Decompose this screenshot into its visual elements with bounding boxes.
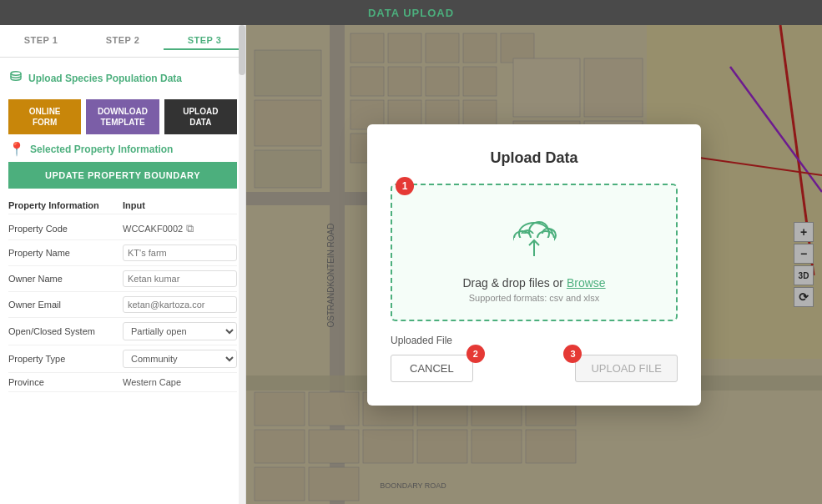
table-row: Property Code WCCAKF0002 ⧉ — [8, 218, 237, 240]
upload-data-button[interactable]: UPLOAD DATA — [164, 99, 237, 134]
cancel-button[interactable]: CANCEL — [391, 355, 473, 382]
download-template-button[interactable]: DOWNLOAD TEMPLATE — [86, 99, 159, 134]
top-bar: DATA UPLOAD — [0, 0, 822, 25]
prop-value-type[interactable]: Community Private State — [123, 350, 237, 368]
badge-3: 3 — [563, 345, 582, 363]
prop-label-name: Property Name — [8, 248, 123, 258]
code-with-copy: WCCAKF0002 ⧉ — [123, 222, 237, 235]
upload-btn-wrapper: UPLOAD FILE 3 — [575, 355, 678, 382]
table-row: Property Type Community Private State — [8, 345, 237, 373]
step-1[interactable]: STEP 1 — [0, 32, 82, 50]
cloud-upload-icon — [409, 210, 659, 268]
col-info-header: Property Information — [8, 200, 123, 210]
badge-1: 1 — [396, 177, 414, 195]
prop-value-open-closed[interactable]: Partially open Open Closed — [123, 322, 237, 340]
prop-label-owner-email: Owner Email — [8, 300, 123, 310]
selected-property-label: Selected Property Information — [30, 144, 173, 155]
drag-text: Drag & drop files or — [462, 276, 567, 290]
prop-label-code: Property Code — [8, 224, 123, 234]
uploaded-file-label: Uploaded File — [391, 335, 678, 346]
prop-value-owner-email[interactable] — [123, 296, 237, 313]
main-layout: STEP 1 STEP 2 STEP 3 Upload Species Popu… — [0, 25, 822, 504]
scrollbar-thumb[interactable] — [239, 25, 245, 75]
steps-bar: STEP 1 STEP 2 STEP 3 — [0, 25, 245, 58]
table-row: Owner Name — [8, 266, 237, 292]
modal-title: Upload Data — [391, 149, 678, 167]
owner-name-input[interactable] — [123, 270, 237, 287]
supported-formats-text: Supported formats: csv and xlsx — [409, 293, 659, 303]
step-2[interactable]: STEP 2 — [82, 32, 164, 50]
prop-value-owner-name[interactable] — [123, 270, 237, 287]
badge-2: 2 — [466, 345, 485, 363]
drop-zone[interactable]: 1 — [391, 184, 678, 321]
prop-label-province: Province — [8, 377, 123, 387]
property-code-value: WCCAKF0002 — [123, 224, 183, 234]
svg-point-0 — [11, 72, 21, 75]
browse-link[interactable]: Browse — [567, 276, 606, 290]
location-pin-icon: 📍 — [8, 141, 25, 157]
map-area: OSTRANDKONTEIN ROAD BOONDARY ROAD + − 3D… — [246, 25, 822, 504]
prop-label-owner-name: Owner Name — [8, 274, 123, 284]
scrollbar-track[interactable] — [239, 25, 245, 504]
action-buttons: ONLINE FORM DOWNLOAD TEMPLATE UPLOAD DAT… — [8, 99, 237, 134]
prop-label-open-closed: Open/Closed System — [8, 326, 123, 336]
upload-file-button[interactable]: UPLOAD FILE — [575, 355, 678, 382]
upload-species-label: Upload Species Population Data — [28, 73, 182, 84]
upload-modal: Upload Data 1 — [367, 124, 701, 406]
drop-text: Drag & drop files or Browse — [409, 276, 659, 290]
table-header-row: Property Information Input — [8, 197, 237, 214]
province-value: Western Cape — [123, 377, 181, 387]
modal-overlay: Upload Data 1 — [246, 25, 822, 504]
modal-button-row: CANCEL 2 UPLOAD FILE 3 — [391, 355, 678, 382]
panel-content: Upload Species Population Data ONLINE FO… — [0, 58, 245, 504]
table-row: Property Name — [8, 240, 237, 266]
upload-species-icon — [8, 69, 23, 88]
left-panel: STEP 1 STEP 2 STEP 3 Upload Species Popu… — [0, 25, 246, 504]
app-title: DATA UPLOAD — [368, 7, 454, 19]
online-form-button[interactable]: ONLINE FORM — [8, 99, 81, 134]
update-boundary-button[interactable]: UPDATE PROPERTY BOUNDARY — [8, 162, 237, 189]
copy-icon[interactable]: ⧉ — [186, 222, 194, 235]
property-name-input[interactable] — [123, 244, 237, 261]
selected-property-section: 📍 Selected Property Information — [8, 141, 237, 157]
prop-label-type: Property Type — [8, 354, 123, 364]
table-row: Owner Email — [8, 292, 237, 318]
cancel-btn-wrapper: CANCEL 2 — [391, 355, 473, 382]
prop-value-code: WCCAKF0002 ⧉ — [123, 222, 237, 235]
open-closed-select[interactable]: Partially open Open Closed — [123, 322, 237, 340]
owner-email-input[interactable] — [123, 296, 237, 313]
upload-species-section: Upload Species Population Data — [8, 64, 237, 93]
step-3[interactable]: STEP 3 — [164, 32, 245, 50]
table-row: Open/Closed System Partially open Open C… — [8, 318, 237, 345]
prop-value-name[interactable] — [123, 244, 237, 261]
property-type-select[interactable]: Community Private State — [123, 350, 237, 368]
table-row: Province Western Cape — [8, 373, 237, 392]
prop-value-province: Western Cape — [123, 377, 237, 387]
property-table: Property Information Input Property Code… — [8, 197, 237, 392]
col-input-header: Input — [123, 200, 237, 210]
